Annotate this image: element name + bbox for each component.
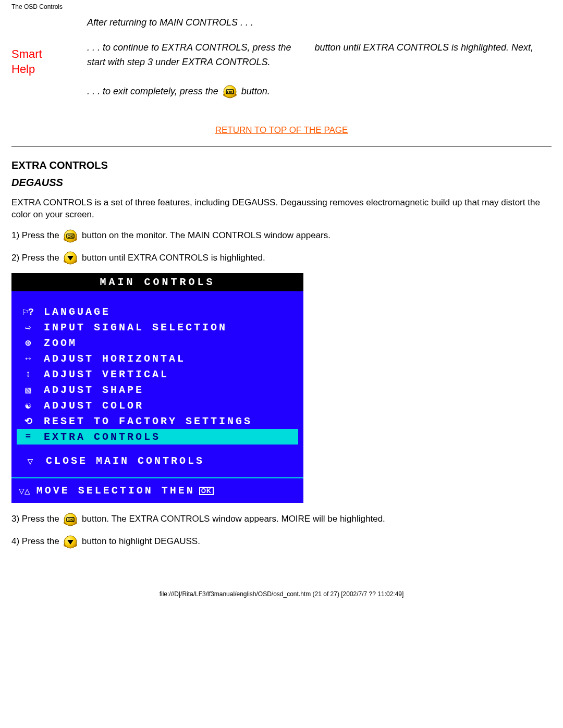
osd-item-extra: ≡EXTRA CONTROLS (17, 429, 298, 445)
step-1: 1) Press the button on the monitor. The … (11, 229, 552, 243)
section-subtitle: DEGAUSS (11, 177, 552, 189)
divider (11, 146, 552, 147)
osd-item-color: ☯ADJUST COLOR (17, 398, 298, 413)
step-3: 3) Press the button. The EXTRA CONTROLS … (11, 512, 552, 526)
down-arrow-icon: ▽ (22, 455, 39, 467)
input-icon: ⇨ (20, 322, 36, 333)
osd-item-label: LANGUAGE (36, 306, 111, 318)
osd-footer-text: MOVE SELECTION THEN (36, 485, 195, 497)
ok-indicator-icon: OK (199, 487, 214, 495)
file-footer: file:///D|/Rita/LF3/lf3manual/english/OS… (0, 590, 563, 602)
step-1-prefix: 1) Press the (11, 230, 62, 240)
osd-item-shape: ▧ADJUST SHAPE (17, 382, 298, 398)
intro-exit-suffix: button. (241, 86, 270, 96)
step-2-suffix: button until EXTRA CONTROLS is highlight… (82, 253, 265, 263)
reset-icon: ⟲ (20, 415, 36, 427)
down-button-icon (63, 251, 78, 265)
shape-icon: ▧ (20, 384, 36, 396)
intro-exit: . . . to exit completely, press the butt… (87, 84, 552, 99)
color-icon: ☯ (20, 400, 36, 411)
help-label: Help (11, 63, 35, 76)
osd-item-label: ADJUST VERTICAL (36, 368, 169, 380)
ok-button-icon (222, 85, 238, 98)
ok-button-icon (63, 513, 78, 526)
osd-main-controls: MAIN CONTROLS ⚐?LANGUAGE⇨INPUT SIGNAL SE… (11, 273, 303, 503)
step-2-prefix: 2) Press the (11, 253, 62, 263)
lang-icon: ⚐? (20, 306, 36, 317)
intro-block: After returning to MAIN CONTROLS . . . .… (87, 16, 552, 99)
intro-continue: . . . to continue to EXTRA CONTROLS, pre… (87, 41, 552, 70)
smart-help-label: Smart Help (11, 47, 42, 77)
ok-button-icon (63, 229, 78, 243)
up-down-arrows-icon: ▽△ (19, 485, 36, 497)
horiz-icon: ↔ (20, 353, 36, 364)
section-title: EXTRA CONTROLS (11, 159, 552, 171)
step-3-prefix: 3) Press the (11, 514, 62, 524)
osd-item-label: ADJUST HORIZONTAL (36, 353, 186, 365)
intro-continue-mid: button until EXTRA (315, 42, 394, 53)
osd-item-vert: ↕ADJUST VERTICAL (17, 366, 298, 382)
step-4-suffix: button to highlight DEGAUSS. (82, 536, 200, 546)
osd-item-horiz: ↔ADJUST HORIZONTAL (17, 351, 298, 366)
degauss-description: EXTRA CONTROLS is a set of three feature… (11, 197, 552, 221)
step-1-suffix: button on the monitor. The MAIN CONTROLS… (82, 230, 331, 240)
osd-item-lang: ⚐?LANGUAGE (17, 304, 298, 319)
extra-icon: ≡ (20, 431, 36, 442)
osd-item-label: ZOOM (36, 337, 77, 349)
osd-item-label: RESET TO FACTORY SETTINGS (36, 415, 252, 427)
osd-title: MAIN CONTROLS (11, 273, 303, 291)
step-3-suffix: button. The EXTRA CONTROLS window appear… (82, 514, 385, 524)
down-button-icon (63, 535, 78, 549)
osd-item-reset: ⟲RESET TO FACTORY SETTINGS (17, 413, 298, 429)
step-4-prefix: 4) Press the (11, 536, 62, 546)
intro-exit-prefix: . . . to exit completely, press the (87, 86, 221, 96)
osd-item-zoom: ⊕ZOOM (17, 335, 298, 351)
intro-after-return: After returning to MAIN CONTROLS . . . (87, 16, 552, 30)
return-top-link[interactable]: RETURN TO TOP OF THE PAGE (215, 125, 348, 135)
osd-close-label: CLOSE MAIN CONTROLS (39, 455, 204, 467)
osd-item-label: EXTRA CONTROLS (36, 431, 161, 443)
intro-continue-prefix: . . . to continue to EXTRA CONTROLS, pre… (87, 42, 291, 53)
step-2: 2) Press the button until EXTRA CONTROLS… (11, 251, 552, 265)
osd-item-label: ADJUST COLOR (36, 400, 144, 412)
osd-footer: ▽△ MOVE SELECTION THEN OK (11, 477, 303, 503)
smart-label: Smart (11, 47, 42, 60)
vert-icon: ↕ (20, 369, 36, 379)
step-4: 4) Press the button to highlight DEGAUSS… (11, 535, 552, 549)
osd-item-label: ADJUST SHAPE (36, 384, 144, 396)
osd-close-row: ▽ CLOSE MAIN CONTROLS (11, 445, 303, 477)
page-header: The OSD Controls (0, 0, 563, 10)
osd-item-label: INPUT SIGNAL SELECTION (36, 322, 227, 334)
zoom-icon: ⊕ (20, 337, 36, 349)
osd-item-input: ⇨INPUT SIGNAL SELECTION (17, 319, 298, 335)
return-top-container: RETURN TO TOP OF THE PAGE (11, 125, 552, 135)
